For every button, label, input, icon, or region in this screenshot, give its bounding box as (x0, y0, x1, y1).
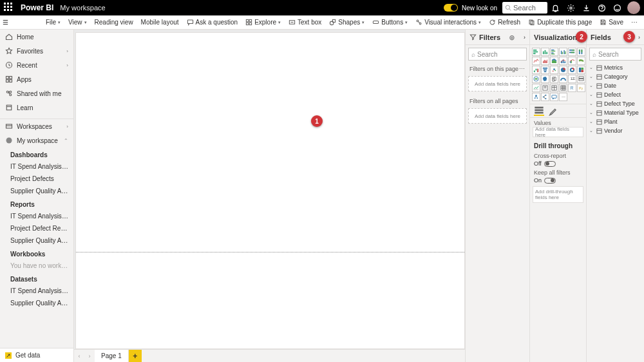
viz-stacked-bar[interactable] (532, 48, 540, 56)
viz-line-column[interactable] (559, 57, 567, 65)
feedback-icon[interactable] (609, 0, 625, 15)
viz-r[interactable]: R (568, 84, 576, 92)
report-item[interactable]: Project Defect Report (0, 222, 73, 234)
more-icon[interactable]: ⋯ (519, 66, 526, 72)
field-table[interactable]: ⌄Defect (587, 90, 644, 99)
viz-slicer[interactable] (541, 84, 549, 92)
filters-view-icon[interactable]: ◎ (509, 34, 515, 41)
nav-recent[interactable]: Recent› (0, 58, 73, 72)
viz-stacked-area[interactable] (550, 57, 558, 65)
dataset-item[interactable]: Supplier Quality An... (0, 297, 73, 309)
save-button[interactable]: Save (596, 15, 627, 30)
viz-scatter[interactable] (550, 66, 558, 74)
viz-area[interactable] (541, 57, 549, 65)
notifications-icon[interactable] (547, 0, 563, 15)
cross-report-toggle[interactable] (544, 161, 556, 167)
viz-clustered-bar[interactable] (550, 48, 558, 56)
help-icon[interactable] (594, 0, 609, 15)
drillthrough-dropzone[interactable]: Add drill-through fields here (533, 186, 583, 203)
field-table[interactable]: ⌄Metrics (587, 63, 644, 72)
viz-table[interactable] (550, 84, 558, 92)
refresh-button[interactable]: Refresh (485, 15, 524, 30)
viz-gauge[interactable] (559, 75, 567, 83)
global-search[interactable]: Search (502, 2, 547, 14)
viz-python[interactable]: Py (577, 84, 585, 92)
filters-collapse-icon[interactable]: › (524, 34, 526, 41)
add-page-button[interactable]: + (129, 350, 142, 363)
report-item[interactable]: Supplier Quality An... (0, 234, 73, 247)
fields-search[interactable]: ⌕Search (589, 48, 641, 61)
nav-learn[interactable]: Learn (0, 100, 73, 115)
dashboard-item[interactable]: Supplier Quality An... (0, 185, 73, 197)
dashboard-item[interactable]: Project Defects (0, 173, 73, 185)
viz-funnel[interactable] (541, 66, 549, 74)
viz-line-clustered[interactable] (568, 57, 576, 65)
viz-filled-map[interactable] (541, 75, 549, 83)
field-table[interactable]: ⌄Date (587, 81, 644, 90)
explore-menu[interactable]: Explore▾ (242, 15, 285, 30)
breadcrumb[interactable]: My workspace (60, 4, 105, 12)
more-options-button[interactable]: ⋯ (627, 15, 641, 30)
nav-home[interactable]: Home (0, 30, 73, 44)
field-table[interactable]: ⌄Material Type (587, 108, 644, 117)
filters-all-dropzone[interactable]: Add data fields here (468, 108, 527, 124)
viz-map[interactable] (532, 75, 540, 83)
report-canvas[interactable]: 1 (75, 32, 465, 349)
viz-matrix[interactable] (559, 84, 567, 92)
viz-stacked-column[interactable] (541, 48, 549, 56)
reading-view-button[interactable]: Reading view (91, 15, 137, 30)
nav-toggle-icon[interactable]: ☰ (3, 19, 8, 26)
page-tab[interactable]: Page 1 (95, 350, 129, 363)
visual-interactions-menu[interactable]: Visual interactions▾ (412, 15, 485, 30)
keep-filters-toggle[interactable] (544, 178, 556, 184)
fields-tab-icon[interactable] (534, 106, 544, 116)
nav-apps[interactable]: Apps (0, 72, 73, 86)
filters-search[interactable]: ⌕Search (468, 48, 527, 61)
values-dropzone[interactable]: Add data fields here (533, 127, 583, 137)
shapes-menu[interactable]: Shapes▾ (325, 15, 368, 30)
download-icon[interactable] (578, 0, 594, 15)
viz-qa[interactable] (550, 93, 558, 101)
field-table[interactable]: ⌄Defect Type (587, 99, 644, 108)
viz-multi-card[interactable] (577, 75, 585, 83)
viz-card[interactable]: 123 (568, 75, 576, 83)
report-item[interactable]: IT Spend Analysis S... (0, 210, 73, 222)
user-avatar[interactable] (627, 1, 640, 14)
nav-shared[interactable]: Shared with me (0, 86, 73, 100)
ask-question-button[interactable]: Ask a question (183, 15, 242, 30)
viz-kpi[interactable] (532, 84, 540, 92)
field-table[interactable]: ⌄Vendor (587, 126, 644, 135)
field-table[interactable]: ⌄Category (587, 72, 644, 81)
new-look-toggle[interactable] (444, 4, 458, 12)
buttons-menu[interactable]: Buttons▾ (368, 15, 412, 30)
viz-more[interactable]: ⋯ (559, 93, 567, 101)
viz-treemap[interactable] (577, 66, 585, 74)
field-table[interactable]: ⌄Plant (587, 117, 644, 126)
nav-my-workspace[interactable]: My workspace⌃ (0, 133, 73, 148)
view-menu[interactable]: View▾ (64, 15, 91, 30)
viz-100-bar[interactable] (568, 48, 576, 56)
app-launcher-icon[interactable] (4, 3, 14, 13)
dataset-item[interactable]: IT Spend Analysis S... (0, 285, 73, 297)
viz-decomposition[interactable] (541, 93, 549, 101)
format-tab-icon[interactable] (548, 106, 558, 116)
viz-waterfall[interactable] (532, 66, 540, 74)
filters-page-dropzone[interactable]: Add data fields here (468, 76, 527, 91)
viz-100-column[interactable] (577, 48, 585, 56)
page-next-button[interactable]: › (84, 350, 95, 363)
viz-key-influencers[interactable] (532, 93, 540, 101)
duplicate-page-button[interactable]: Duplicate this page (524, 15, 596, 30)
dashboard-item[interactable]: IT Spend Analysis S... (0, 160, 73, 173)
get-data-button[interactable]: ↗Get data (0, 348, 73, 362)
page-prev-button[interactable]: ‹ (74, 350, 84, 363)
mobile-layout-button[interactable]: Mobile layout (137, 15, 183, 30)
viz-ribbon[interactable] (577, 57, 585, 65)
nav-workspaces[interactable]: Workspaces› (0, 119, 73, 133)
text-box-button[interactable]: Text box (285, 15, 325, 30)
settings-icon[interactable] (563, 0, 578, 15)
nav-favorites[interactable]: Favorites› (0, 44, 73, 58)
viz-pie[interactable] (559, 66, 567, 74)
viz-clustered-column[interactable] (559, 48, 567, 56)
viz-donut[interactable] (568, 66, 576, 74)
viz-shape-map[interactable] (550, 75, 558, 83)
